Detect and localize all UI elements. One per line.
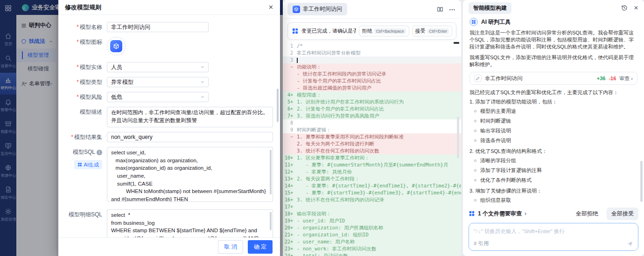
code-line: 6+ 2. 计算每个用户的非工作时间访问占比 (283, 105, 461, 112)
model-icon-picker[interactable] (107, 37, 126, 55)
textarea-scrollbar[interactable] (270, 212, 272, 230)
model-risk-select[interactable]: 低危 (107, 92, 209, 102)
line-content: - 非夏季: 其他月份 (297, 168, 461, 175)
line-number: − (283, 133, 297, 140)
close-icon[interactable]: ✕ (268, 4, 273, 11)
bullet-dot (474, 199, 476, 201)
send-icon[interactable] (627, 241, 633, 247)
line-number: 18+ (283, 210, 297, 217)
line-content: 1. 区分夏季和非夏季工作时间： (297, 154, 461, 161)
line-number: 21+ (283, 231, 297, 238)
textarea-scrollbar[interactable] (270, 150, 272, 194)
field-label: 模型图标 (80, 39, 102, 45)
line-number: 3 (283, 56, 297, 63)
model-type-select[interactable]: 异常模型 (107, 77, 209, 87)
model-name-input[interactable] (107, 22, 209, 32)
reject-all-button[interactable]: 全部拒绝 (576, 210, 598, 218)
line-number: 16+ (283, 196, 297, 203)
line-number: 12+ (283, 168, 297, 175)
chevron-down-icon (200, 65, 205, 69)
chat-input[interactable] (474, 228, 633, 234)
field-model-desc: 模型描述 在时间范围内，非工作时间查询量/总访问量，超过配置的百分比。并且访问总… (67, 107, 280, 127)
field-label: 模型类型 (80, 79, 102, 85)
assistant-title-tab[interactable]: 智能模型构建 (469, 2, 511, 14)
line-number: 15+ (283, 189, 297, 196)
line-content: 3. 统计不在任何工作时段内的访问记录 (297, 196, 461, 203)
review-link[interactable]: 审查› (619, 75, 633, 82)
line-content: - 统计在非工作时间段内的异常访问记录 (297, 70, 461, 77)
field-label: 模型名称 (80, 24, 102, 30)
ai-generate-button[interactable]: AI生成 (74, 160, 102, 169)
required-mark: * (77, 39, 79, 45)
required-mark: * (77, 94, 79, 100)
agent-name: AI 研判工具 (481, 18, 511, 26)
accept-shortcut: Ctrl+Enter (427, 28, 449, 34)
code-line: 1 /* (283, 42, 461, 49)
cancel-button[interactable]: 取 消 (218, 240, 243, 254)
modal-title: 修改模型规则 (65, 3, 101, 12)
code-line: 23+ - non_work: 非工作时间访问次数 (283, 245, 461, 252)
section-title: 1. 添加了详细的模型功能说明，包括： (469, 97, 637, 106)
model-entity-select[interactable]: 人员 (107, 62, 209, 72)
code-line: 5+ 1. 识别并统计用户在非工作时间的系统访问行为 (283, 98, 461, 105)
assistant-scrollbar[interactable] (640, 161, 643, 202)
model-sql-textarea[interactable]: select user_id, max(organization) as org… (107, 147, 273, 202)
file-change-card[interactable]: 非工作时间访问 +36 -16 审查› (469, 72, 637, 85)
field-label: 模型风险 (80, 94, 102, 100)
line-number (283, 70, 297, 77)
model-result-input[interactable] (107, 132, 273, 142)
pencil-icon (474, 75, 482, 82)
line-number: 23+ (283, 245, 297, 252)
line-content: 输出字段说明： (297, 210, 461, 217)
code-line: - 筛选出超过阈值的异常访问用户 (283, 84, 461, 91)
accept-button[interactable]: 接受 Ctrl+Enter (412, 26, 453, 36)
field-label: 模型明细SQL (69, 211, 102, 218)
more-icon[interactable]: ⋯ (449, 6, 455, 13)
code-line: 10+ 1. 区分夏季和非夏季工作时间： (283, 154, 461, 161)
model-detail-sql-textarea[interactable]: select * from business_log WHERE stamp B… (107, 209, 273, 237)
code-line: 16+ 3. 统计不在任何工作时段内的访问记录 (283, 196, 461, 203)
line-number: 6+ (283, 105, 297, 112)
line-number (283, 84, 297, 91)
line-content: - organization: 用户所属组织名称 (297, 224, 461, 231)
line-number: 17+ (283, 203, 297, 210)
bullet-item: 组织信息获取 (469, 195, 637, 205)
line-number: 14+ (283, 182, 297, 189)
reject-button[interactable]: 拒绝 Ctrl+Backspace (359, 26, 409, 36)
split-view-icon[interactable] (437, 6, 443, 13)
line-number: 22+ (283, 238, 297, 245)
line-content: 功能说明： (297, 63, 461, 70)
reference-link[interactable]: # 引用 (474, 240, 489, 247)
bullet-dot (474, 179, 476, 181)
field-model-entity: *模型实体 人员 (67, 62, 280, 72)
line-content: - total: 总访问次数 (297, 252, 461, 256)
select-value: 低危 (111, 93, 122, 101)
model-desc-textarea[interactable]: 在时间范围内，非工作时间查询量/总访问量，超过配置的百分比。并且访问总量大于配置… (107, 107, 273, 127)
editor-scrollbar[interactable] (457, 117, 459, 159)
editor-tab[interactable]: 非工作时间访问 (287, 3, 347, 15)
editor-tab-bar: 非工作时间访问 ⋯ (283, 0, 461, 19)
confirm-button[interactable]: 确 定 (248, 240, 273, 254)
section-title: 3. 增加了关键步骤的注释说明： (469, 186, 637, 195)
accept-all-button[interactable]: 全部接受 (607, 208, 638, 220)
summary-section: 1. 添加了详细的模型功能说明，包括： 模型的主要用途 时间判断逻辑 输 (469, 97, 637, 145)
line-number: 10+ (283, 154, 297, 161)
bullet-dot (474, 130, 476, 132)
ai-logo-icon (469, 210, 475, 217)
line-content: - 筛选出超过阈值的异常访问用户 (297, 84, 461, 91)
code-editor[interactable]: 1 /* 2 非工作时间访问异常分析模型 3 − 功能说明： - 统计在非工作时… (283, 42, 461, 256)
chevron-right-icon[interactable]: › (525, 210, 526, 217)
code-line: 3 (283, 56, 461, 63)
bullet-item: 清晰的字段分组 (469, 156, 637, 166)
code-line: 11+ - 夏季: #{summerStartMonth}月至#{summerE… (283, 161, 461, 168)
close-icon[interactable]: ✕ (634, 5, 638, 11)
field-model-name: *模型名称 (67, 22, 280, 32)
line-content: - 计算每个用户的非工作时间访问占比 (297, 77, 461, 84)
review-count-label: 1 个文件需要审查 (478, 210, 522, 218)
summary-intro: 我已经完成了SQL文件的重写和优化工作，主要完成了以下内容： (469, 89, 637, 96)
info-icon[interactable]: ! (97, 150, 102, 155)
history-icon[interactable] (621, 5, 628, 11)
line-number (283, 140, 297, 147)
modal-scrollbar[interactable] (277, 89, 279, 122)
line-number: 1 (283, 42, 297, 49)
